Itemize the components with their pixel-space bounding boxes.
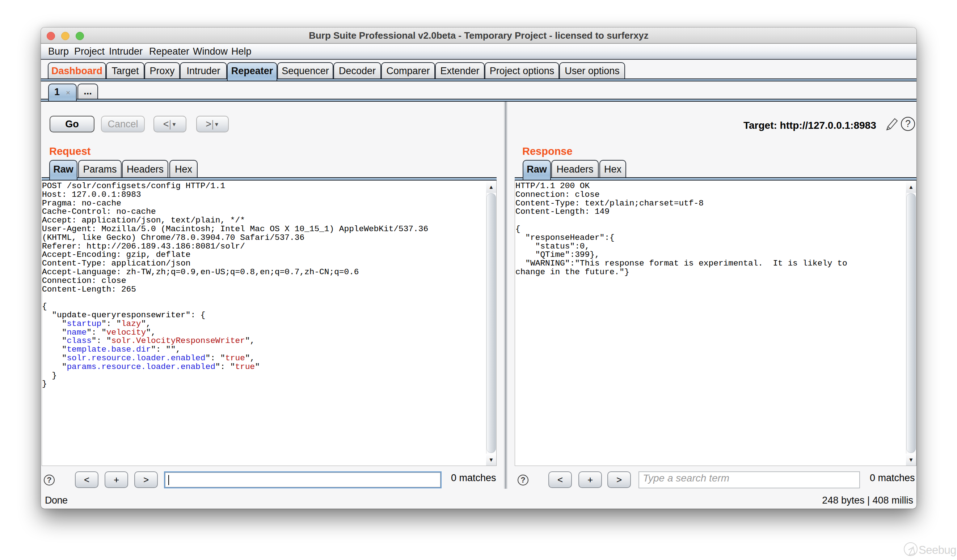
svg-text:Seebug: Seebug <box>919 544 956 556</box>
